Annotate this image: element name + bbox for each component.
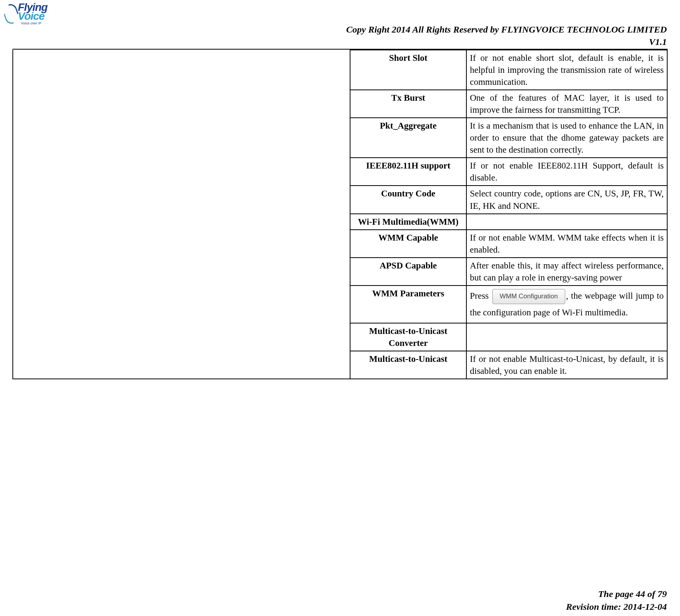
param-desc: It is a mechanism that is used to enhanc… — [466, 118, 667, 158]
param-desc: After enable this, it may affect wireles… — [466, 258, 667, 286]
param-name: WMM Parameters — [350, 286, 466, 323]
param-desc: Press WMM Configuration, the webpage wil… — [466, 286, 667, 323]
param-desc: If or not enable WMM. WMM take effects w… — [466, 230, 667, 258]
parameters-table: Short Slot If or not enable short slot, … — [12, 50, 668, 379]
version-line: V1.1 — [346, 36, 667, 48]
param-desc — [466, 323, 667, 351]
copyright-line: Copy Right 2014 All Rights Reserved by F… — [346, 23, 667, 36]
param-name: WMM Capable — [350, 230, 466, 258]
param-desc: If or not enable Multicast-to-Unicast, b… — [466, 351, 667, 379]
logo-tagline: Voice over IP — [21, 22, 46, 25]
footer-page-number: The page 44 of 79 — [566, 588, 667, 600]
param-name: Multicast-to-Unicast Converter — [350, 323, 466, 351]
param-desc: One of the features of MAC layer, it is … — [466, 90, 667, 118]
param-name: Multicast-to-Unicast — [350, 351, 466, 379]
param-desc: Select country code, options are CN, US,… — [466, 186, 667, 213]
param-name: Tx Burst — [350, 90, 466, 118]
param-name: Country Code — [350, 186, 466, 213]
brand-logo: Flying Voice Voice over IP — [3, 2, 46, 29]
param-name: IEEE802.11H support — [350, 158, 466, 186]
table-row: Short Slot If or not enable short slot, … — [13, 50, 667, 90]
param-desc: If or not enable short slot, default is … — [466, 50, 667, 90]
wmm-configuration-button[interactable]: WMM Configuration — [492, 289, 565, 304]
param-name: Wi-Fi Multimedia(WMM) — [350, 214, 466, 230]
param-name: Short Slot — [350, 50, 466, 90]
footer-revision: Revision time: 2014-12-04 — [566, 601, 667, 613]
param-name: Pkt_Aggregate — [350, 118, 466, 158]
page-footer: The page 44 of 79 Revision time: 2014-12… — [566, 588, 667, 613]
wmm-desc-pre: Press — [470, 291, 489, 301]
param-desc — [466, 214, 667, 230]
screenshot-placeholder — [13, 50, 350, 379]
page-header: Copy Right 2014 All Rights Reserved by F… — [346, 23, 667, 48]
param-name: APSD Capable — [350, 258, 466, 286]
param-desc: If or not enable IEEE802.11H Support, de… — [466, 158, 667, 186]
logo-text-line2: Voice — [18, 11, 46, 21]
